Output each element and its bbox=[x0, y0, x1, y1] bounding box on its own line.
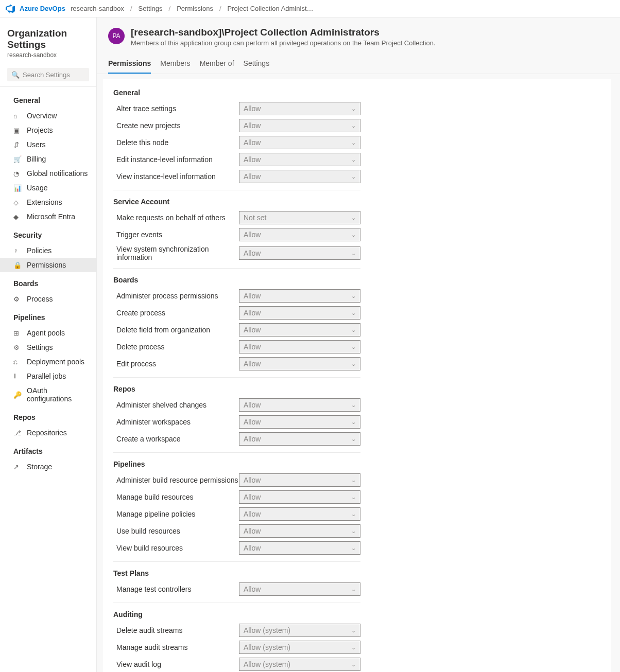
perm-label: View instance-level information bbox=[116, 172, 239, 181]
perm-value-dropdown[interactable]: Allow⌄ bbox=[239, 415, 360, 429]
perm-section-title: Boards bbox=[113, 276, 360, 284]
global-notifications-icon: ◔ bbox=[13, 170, 22, 178]
process-icon: ⚙ bbox=[13, 295, 22, 303]
parallel-jobs-icon: ⦀ bbox=[13, 372, 22, 380]
nav-item-label: Overview bbox=[27, 112, 57, 120]
perm-value-dropdown[interactable]: Allow⌄ bbox=[239, 432, 360, 446]
perm-value-dropdown[interactable]: Allow⌄ bbox=[239, 473, 360, 487]
tab-permissions[interactable]: Permissions bbox=[108, 55, 151, 74]
settings-icon: ⚙ bbox=[13, 344, 22, 351]
chevron-down-icon: ⌄ bbox=[351, 173, 356, 180]
chevron-down-icon: ⌄ bbox=[351, 494, 356, 501]
perm-value-dropdown[interactable]: Allow⌄ bbox=[239, 170, 360, 183]
nav-item-overview[interactable]: ⌂Overview bbox=[0, 109, 96, 123]
perm-value-dropdown[interactable]: Allow⌄ bbox=[239, 136, 360, 149]
perm-row: Create a workspaceAllow⌄ bbox=[113, 432, 360, 446]
perm-label: View audit log bbox=[116, 660, 239, 668]
perm-value-dropdown[interactable]: Allow (system)⌄ bbox=[239, 641, 360, 654]
perm-value: Allow bbox=[244, 401, 261, 409]
brand-link[interactable]: Azure DevOps bbox=[20, 5, 65, 12]
perm-row: Administer shelved changesAllow⌄ bbox=[113, 398, 360, 412]
nav-item-settings[interactable]: ⚙Settings bbox=[0, 340, 96, 355]
chevron-down-icon: ⌄ bbox=[351, 310, 356, 316]
perm-row: Administer build resource permissionsAll… bbox=[113, 473, 360, 487]
nav-item-permissions[interactable]: 🔒Permissions bbox=[0, 258, 96, 272]
chevron-down-icon: ⌄ bbox=[351, 586, 356, 593]
perm-label: Administer workspaces bbox=[116, 418, 239, 426]
perm-value-dropdown[interactable]: Allow (system)⌄ bbox=[239, 624, 360, 637]
perm-value-dropdown[interactable]: Allow⌄ bbox=[239, 119, 360, 132]
search-input[interactable] bbox=[23, 71, 85, 79]
users-icon: ⇵ bbox=[13, 141, 22, 149]
perm-section-title: Service Account bbox=[113, 198, 360, 206]
tab-members[interactable]: Members bbox=[160, 55, 190, 74]
nav-item-policies[interactable]: ♀Policies bbox=[0, 243, 96, 258]
perm-label: Delete this node bbox=[116, 138, 239, 147]
tab-settings[interactable]: Settings bbox=[244, 55, 270, 74]
perm-value-dropdown[interactable]: Allow⌄ bbox=[239, 323, 360, 337]
perm-value-dropdown[interactable]: Allow⌄ bbox=[239, 582, 360, 596]
nav-item-projects[interactable]: ▣Projects bbox=[0, 123, 96, 137]
nav-item-process[interactable]: ⚙Process bbox=[0, 292, 96, 306]
perm-value: Allow bbox=[244, 343, 261, 351]
tab-member-of[interactable]: Member of bbox=[200, 55, 234, 74]
chevron-down-icon: ⌄ bbox=[351, 327, 356, 333]
perm-label: Alter trace settings bbox=[116, 104, 239, 113]
chevron-down-icon: ⌄ bbox=[351, 545, 356, 552]
nav-item-usage[interactable]: 📊Usage bbox=[0, 181, 96, 195]
nav-item-microsoft-entra[interactable]: ◆Microsoft Entra bbox=[0, 209, 96, 224]
sidebar: Organization Settings research-sandbox 🔍… bbox=[0, 17, 97, 672]
chevron-down-icon: ⌄ bbox=[351, 644, 356, 651]
perm-section: BoardsAdminister process permissionsAllo… bbox=[113, 276, 360, 378]
breadcrumb-bar: Azure DevOps research-sandbox / Settings… bbox=[0, 0, 620, 17]
perm-value-dropdown[interactable]: Allow⌄ bbox=[239, 398, 360, 412]
chevron-down-icon: ⌄ bbox=[351, 477, 356, 484]
perm-value-dropdown[interactable]: Allow⌄ bbox=[239, 541, 360, 555]
perm-value: Allow bbox=[244, 155, 261, 164]
perm-value-dropdown[interactable]: Allow (system)⌄ bbox=[239, 658, 360, 671]
nav-item-repositories[interactable]: ⎇Repositories bbox=[0, 426, 96, 440]
sidebar-title: Organization Settings bbox=[7, 28, 89, 50]
perm-value-dropdown[interactable]: Allow⌄ bbox=[239, 246, 360, 260]
perm-value: Allow bbox=[244, 249, 261, 257]
nav-item-billing[interactable]: 🛒Billing bbox=[0, 152, 96, 166]
perm-value-dropdown[interactable]: Allow⌄ bbox=[239, 490, 360, 504]
perm-value-dropdown[interactable]: Allow⌄ bbox=[239, 507, 360, 521]
nav-item-global-notifications[interactable]: ◔Global notifications bbox=[0, 166, 96, 181]
nav-item-parallel-jobs[interactable]: ⦀Parallel jobs bbox=[0, 369, 96, 383]
nav-item-users[interactable]: ⇵Users bbox=[0, 137, 96, 152]
search-icon: 🔍 bbox=[11, 71, 20, 79]
azure-devops-logo-icon[interactable] bbox=[5, 4, 15, 14]
perm-label: Create a workspace bbox=[116, 435, 239, 443]
search-settings-box[interactable]: 🔍 bbox=[7, 68, 89, 81]
perm-value-dropdown[interactable]: Allow⌄ bbox=[239, 153, 360, 166]
storage-icon: ↗ bbox=[13, 463, 22, 471]
nav-item-deployment-pools[interactable]: ⎌Deployment pools bbox=[0, 355, 96, 369]
nav-item-label: Settings bbox=[27, 343, 53, 351]
perm-section-title: Auditing bbox=[113, 610, 360, 618]
nav-item-extensions[interactable]: ◇Extensions bbox=[0, 195, 96, 209]
perm-value-dropdown[interactable]: Allow⌄ bbox=[239, 306, 360, 320]
perm-value-dropdown[interactable]: Allow⌄ bbox=[239, 357, 360, 370]
usage-icon: 📊 bbox=[13, 184, 22, 192]
perm-value-dropdown[interactable]: Allow⌄ bbox=[239, 524, 360, 538]
perm-value-dropdown[interactable]: Allow⌄ bbox=[239, 228, 360, 241]
crumb-permissions[interactable]: Permissions bbox=[177, 5, 213, 12]
crumb-sep: / bbox=[219, 5, 221, 12]
nav-item-agent-pools[interactable]: ⊞Agent pools bbox=[0, 326, 96, 340]
perm-value-dropdown[interactable]: Allow⌄ bbox=[239, 102, 360, 115]
perm-value-dropdown[interactable]: Allow⌄ bbox=[239, 289, 360, 303]
crumb-settings[interactable]: Settings bbox=[139, 5, 163, 12]
perm-value-dropdown[interactable]: Not set⌄ bbox=[239, 211, 360, 224]
perm-label: Manage audit streams bbox=[116, 643, 239, 651]
perm-value-dropdown[interactable]: Allow⌄ bbox=[239, 340, 360, 353]
perm-label: Delete process bbox=[116, 343, 239, 351]
nav-section-title: Boards bbox=[0, 272, 96, 292]
nav-item-label: Repositories bbox=[27, 429, 67, 437]
perm-section: GeneralAlter trace settingsAllow⌄Create … bbox=[113, 89, 360, 190]
crumb-group[interactable]: Project Collection Administ… bbox=[228, 5, 314, 12]
nav-item-oauth-configurations[interactable]: 🔑OAuth configurations bbox=[0, 383, 96, 406]
perm-row: Administer process permissionsAllow⌄ bbox=[113, 289, 360, 303]
nav-item-storage[interactable]: ↗Storage bbox=[0, 459, 96, 474]
crumb-org[interactable]: research-sandbox bbox=[71, 5, 124, 12]
